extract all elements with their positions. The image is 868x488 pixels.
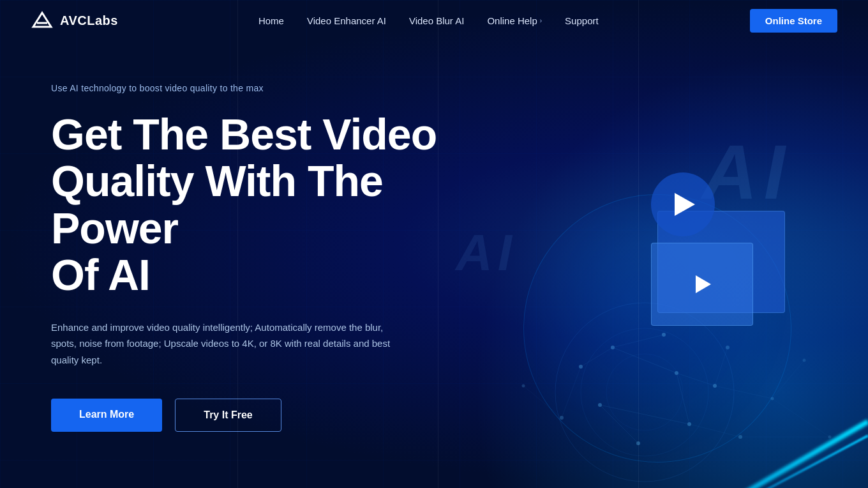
logo-icon	[31, 9, 54, 32]
nav-link-home[interactable]: Home	[258, 15, 284, 26]
nav-separator-1	[237, 0, 238, 488]
svg-line-26	[562, 367, 581, 418]
svg-line-21	[600, 405, 638, 443]
nav-separator-3	[638, 0, 639, 488]
nav-link-online-help[interactable]: Online Help ›	[487, 15, 542, 26]
learn-more-button[interactable]: Learn More	[51, 399, 162, 432]
svg-line-29	[772, 399, 830, 437]
hero-description: Enhance and improve video quality intell…	[51, 319, 408, 369]
chevron-right-icon: ›	[540, 17, 542, 24]
try-it-free-button[interactable]: Try It Free	[175, 399, 281, 432]
logo[interactable]: AVCLabs	[31, 9, 118, 32]
svg-line-19	[677, 373, 689, 424]
svg-point-1	[581, 328, 708, 456]
dot-network	[421, 169, 868, 488]
hero-subtitle: Use AI technology to boost video quality…	[51, 83, 485, 93]
online-store-button[interactable]: Online Store	[750, 9, 837, 33]
navbar: AVCLabs Home Video Enhancer AI Video Blu…	[0, 0, 868, 41]
nav-link-video-blur[interactable]: Video Blur AI	[409, 15, 464, 26]
play-icon-small	[696, 275, 711, 293]
video-card-inner	[651, 243, 753, 326]
svg-line-18	[613, 347, 677, 373]
hero-title: Get The Best Video Quality With The Powe…	[51, 111, 485, 299]
hero-section: Use AI technology to boost video quality…	[51, 83, 485, 432]
svg-line-28	[772, 360, 804, 399]
svg-point-2	[606, 354, 683, 431]
svg-line-27	[715, 386, 772, 399]
nav-links: Home Video Enhancer AI Video Blur AI Onl…	[258, 15, 599, 26]
svg-line-31	[689, 424, 740, 437]
play-button-large[interactable]	[651, 172, 715, 236]
svg-point-0	[555, 303, 734, 482]
svg-marker-33	[33, 13, 51, 27]
hero-buttons: Learn More Try It Free	[51, 399, 485, 432]
brand-name: AVCLabs	[60, 13, 118, 28]
nav-separator-2	[438, 0, 438, 488]
nav-link-video-enhancer[interactable]: Video Enhancer AI	[307, 15, 386, 26]
svg-line-25	[715, 347, 728, 386]
nav-link-support[interactable]: Support	[565, 15, 599, 26]
